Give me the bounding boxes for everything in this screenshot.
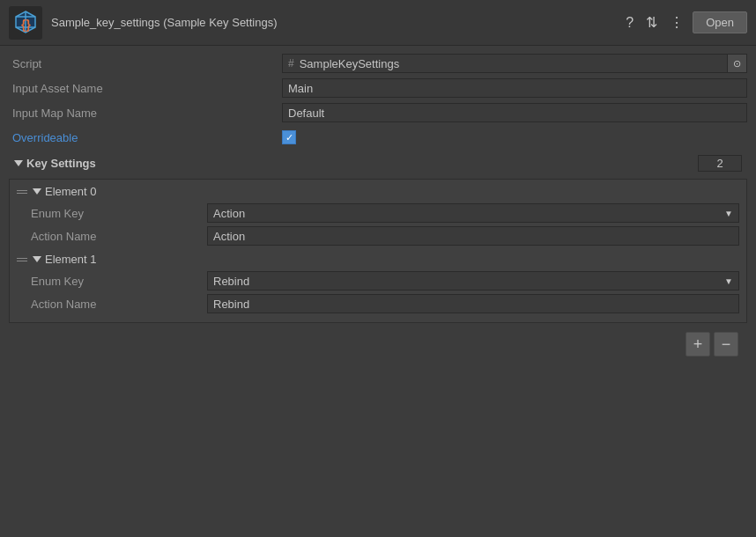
input-asset-name-value: Main [288,82,313,95]
key-settings-collapse-icon[interactable] [14,160,23,166]
script-target-button[interactable]: ⊙ [728,54,747,73]
element-1-drag-handle[interactable] [17,258,27,261]
bottom-bar: + − [9,327,747,362]
element-0-enum-key-dropdown[interactable]: Action ▼ [207,203,739,223]
element-1-enum-key-label: Enum Key [31,275,207,288]
element-1-collapse-icon[interactable] [33,256,41,262]
element-0-action-name-label: Action Name [31,230,207,243]
element-1-header: Element 1 [17,253,739,266]
key-settings-title-left: Key Settings [14,157,96,170]
element-1-dropdown-arrow-icon: ▼ [724,276,733,286]
script-hash-icon: # [288,57,294,70]
remove-element-button[interactable]: − [714,332,738,357]
key-settings-label: Key Settings [26,157,96,170]
input-asset-name-row: Input Asset Name Main [9,77,747,99]
element-0-action-name-row: Action Name Action [17,226,739,246]
element-0-action-name-field[interactable]: Action [207,226,739,246]
element-0-drag-handle[interactable] [17,190,27,194]
element-0-header: Element 0 [17,185,739,198]
script-label: Script [9,57,282,70]
input-map-name-value: Default [288,107,324,120]
add-element-button[interactable]: + [686,332,710,357]
element-0-action-name-value: Action [213,230,245,243]
overrideable-checkbox-wrap: ✓ [282,130,296,144]
key-settings-count[interactable]: 2 [698,155,742,172]
overrideable-row: Overrideable ✓ [9,127,747,148]
help-button[interactable]: ? [622,13,637,33]
element-1-action-name-value: Rebind [213,298,249,311]
element-0-enum-key-value: Action [213,207,245,220]
overrideable-label[interactable]: Overrideable [9,131,282,144]
element-0-title: Element 0 [45,185,97,198]
element-1-enum-key-dropdown[interactable]: Rebind ▼ [207,271,739,291]
element-1-enum-key-value: Rebind [213,275,249,288]
settings-icon-button[interactable]: ⇅ [642,12,661,33]
inspector-content: Script # SampleKeySettings ⊙ Input Asset… [0,46,756,369]
element-0-dropdown-arrow-icon: ▼ [724,209,733,218]
key-settings-section-header: Key Settings 2 [9,151,747,175]
title-actions: ? ⇅ ⋮ Open [622,11,747,33]
script-row: Script # SampleKeySettings ⊙ [9,53,747,74]
overrideable-checkbox[interactable]: ✓ [282,130,296,144]
window-title: Sample_key_settings (Sample Key Settings… [51,16,278,29]
input-map-name-row: Input Map Name Default [9,102,747,123]
element-0-collapse-icon[interactable] [33,188,41,195]
input-asset-name-field[interactable]: Main [282,78,747,98]
svg-text:{}: {} [21,18,31,32]
open-button[interactable]: Open [693,11,747,33]
element-1-action-name-field[interactable]: Rebind [207,294,739,313]
elements-container: Element 0 Enum Key Action ▼ Action Name … [9,179,747,323]
input-map-name-label: Input Map Name [9,107,282,120]
title-left: {} Sample_key_settings (Sample Key Setti… [9,6,278,40]
app-logo-icon: {} [9,6,42,40]
script-field-wrap: # SampleKeySettings ⊙ [282,54,747,73]
input-map-name-field[interactable]: Default [282,103,747,122]
title-bar: {} Sample_key_settings (Sample Key Setti… [0,0,756,46]
element-1-enum-key-row: Enum Key Rebind ▼ [17,271,739,291]
element-0-enum-key-label: Enum Key [31,207,207,220]
input-asset-name-label: Input Asset Name [9,82,282,95]
script-value-text: SampleKeySettings [300,57,399,70]
element-1-action-name-label: Action Name [31,298,207,311]
element-0-enum-key-row: Enum Key Action ▼ [17,203,739,223]
element-1-action-name-row: Action Name Rebind [17,294,739,313]
more-options-button[interactable]: ⋮ [666,12,687,33]
script-value-field: # SampleKeySettings [282,54,728,73]
element-1-title: Element 1 [45,253,97,266]
